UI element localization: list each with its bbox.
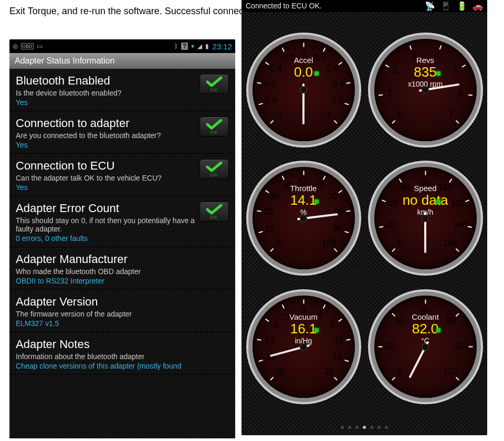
status-bar: Connected to ECU OK. 📡 📱 🔋 🚗 — [242, 0, 487, 12]
gauge-label: Vacuum — [253, 312, 355, 321]
status-item[interactable]: Connection to adapterAre you connected t… — [9, 111, 235, 154]
svg-line-28 — [410, 45, 411, 49]
svg-text:10: 10 — [265, 224, 274, 233]
page-indicator[interactable] — [242, 422, 487, 431]
svg-line-100 — [392, 377, 395, 381]
svg-text:1: 1 — [387, 89, 392, 98]
svg-line-4 — [257, 82, 261, 83]
item-heading: Connection to adapter — [16, 117, 195, 130]
svg-line-66 — [399, 179, 401, 183]
svg-text:0: 0 — [397, 110, 402, 119]
page-dot[interactable] — [355, 426, 359, 429]
gauge-grid[interactable]: -1-0.8-0.6-0.4-0.200.20.40.60.81Accel0.0… — [242, 12, 487, 435]
status-clock: 23:12 — [212, 42, 232, 51]
gallery-icon: ▭ — [37, 43, 43, 50]
page-dot[interactable] — [341, 426, 344, 429]
svg-text:1: 1 — [327, 110, 331, 119]
status-list[interactable]: Bluetooth EnabledIs the device bluetooth… — [9, 69, 235, 438]
gauge-vacuum[interactable]: -20-16-12-8-4048121620Vacuum16.1in/Hg — [253, 296, 355, 398]
page-dot[interactable] — [385, 426, 388, 429]
page-dot[interactable] — [370, 426, 373, 429]
satellite-icon: 📡 — [425, 1, 435, 11]
svg-line-12 — [323, 48, 325, 51]
svg-text:-0.8: -0.8 — [262, 96, 277, 104]
indicator-icon — [436, 71, 440, 76]
page-dot[interactable] — [363, 426, 366, 429]
indicator-icon — [314, 71, 319, 76]
item-value: Yes — [16, 183, 195, 192]
gauge-label: Speed — [374, 184, 477, 193]
gauge-speed[interactable]: 020406080100120140160Speedno datakm/h — [374, 167, 477, 269]
item-value: Yes — [16, 141, 195, 149]
gauge-hub — [422, 215, 429, 222]
help-icon: ? — [181, 43, 188, 50]
svg-line-8 — [282, 48, 284, 51]
gauge-coolant[interactable]: 020406080100120Coolant82.0°C — [374, 296, 477, 398]
gauge-label: Coolant — [374, 312, 477, 321]
status-item[interactable]: Adapter Error CountThis should stay on 0… — [9, 196, 235, 247]
item-heading: Connection to ECU — [16, 159, 195, 173]
svg-line-112 — [456, 377, 459, 381]
svg-line-76 — [456, 249, 459, 252]
status-item[interactable]: Bluetooth EnabledIs the device bluetooth… — [9, 69, 235, 111]
gauge-value: 0.0 — [253, 64, 355, 80]
page-dot[interactable] — [348, 426, 351, 429]
signal-icon: ◢ — [197, 43, 202, 50]
svg-text:6: 6 — [458, 89, 463, 98]
svg-line-56 — [344, 232, 349, 233]
svg-text:-20: -20 — [272, 367, 284, 376]
item-value: ELM327 v1.5 — [16, 319, 229, 328]
item-desc: Who made the bluetooth OBD adapter — [16, 267, 229, 276]
ecu-status-text: Connected to ECU OK. — [246, 2, 322, 10]
obd-icon: OBD — [21, 43, 34, 49]
item-desc: The firmware version of the adapter — [16, 310, 229, 318]
svg-line-24 — [379, 95, 383, 96]
gauge-value: 82.0 — [374, 321, 477, 337]
item-desc: Are you connected to the bluetooth adapt… — [16, 131, 195, 140]
item-heading: Bluetooth Enabled — [16, 74, 195, 88]
svg-text:160: 160 — [444, 238, 458, 247]
svg-text:16: 16 — [333, 353, 342, 362]
svg-line-30 — [439, 45, 441, 49]
item-desc: Is the device bluetooth enabled? — [16, 89, 195, 97]
svg-text:7: 7 — [448, 110, 453, 119]
svg-line-80 — [258, 360, 262, 361]
status-item[interactable]: Adapter VersionThe firmware version of t… — [9, 290, 235, 332]
gauge-value: 14.1 — [253, 192, 355, 208]
wifi-icon: ▾ — [191, 43, 194, 50]
svg-line-70 — [449, 179, 452, 183]
screen-title: Adapter Status Information — [9, 53, 235, 69]
svg-line-34 — [468, 95, 472, 96]
gauge-label: Revs — [374, 56, 477, 65]
battery-icon: ▮ — [205, 43, 209, 50]
gauge-revs[interactable]: 01234567Revs835x1000 rpm — [374, 39, 477, 141]
svg-line-50 — [323, 176, 325, 180]
ok-badge: OK — [200, 202, 229, 222]
svg-text:0.8: 0.8 — [332, 96, 343, 104]
status-item[interactable]: Adapter NotesInformation about the bluet… — [9, 332, 235, 375]
svg-line-96 — [344, 360, 349, 361]
item-value: Yes — [16, 98, 195, 107]
item-heading: Adapter Notes — [16, 338, 229, 351]
gauge-throttle[interactable]: 0102030405060708090100Throttle14.1% — [253, 167, 355, 269]
svg-text:-0.6: -0.6 — [261, 79, 276, 88]
right-screenshot: Connected to ECU OK. 📡 📱 🔋 🚗 -1-0.8-0.6-… — [242, 0, 487, 435]
svg-line-22 — [392, 120, 395, 123]
svg-line-36 — [456, 120, 459, 123]
svg-line-62 — [379, 227, 383, 228]
indicator-icon — [436, 200, 440, 204]
page-dot[interactable] — [377, 426, 381, 429]
status-bar: ◎ OBD ▭ ᛒ ? ▾ ◢ ▮ 23:12 — [9, 39, 235, 53]
ok-badge: OK — [200, 117, 229, 136]
svg-line-38 — [270, 249, 273, 252]
svg-text:0: 0 — [397, 238, 402, 247]
svg-line-60 — [392, 249, 395, 252]
phone-icon: 📱 — [440, 1, 451, 11]
gauge-accel[interactable]: -1-0.8-0.6-0.4-0.200.20.40.60.81Accel0.0 — [253, 39, 355, 141]
svg-text:-1: -1 — [275, 110, 282, 119]
gauge-label: Throttle — [253, 184, 355, 193]
item-heading: Adapter Version — [16, 295, 229, 309]
status-item[interactable]: Adapter ManufacturerWho made the bluetoo… — [9, 247, 235, 290]
status-item[interactable]: Connection to ECUCan the adapter talk OK… — [9, 154, 235, 196]
svg-line-58 — [334, 249, 337, 252]
